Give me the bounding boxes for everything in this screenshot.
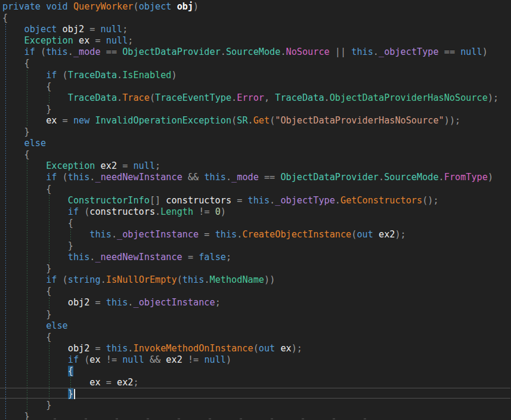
code-line[interactable]: TraceData.Trace(TraceEventType.Error, Tr… bbox=[0, 92, 511, 104]
code-token: { bbox=[2, 58, 30, 69]
code-line[interactable]: { bbox=[0, 149, 511, 160]
code-token: false bbox=[199, 252, 226, 262]
code-line[interactable]: { bbox=[0, 286, 511, 297]
code-token: ) bbox=[221, 206, 226, 217]
code-line[interactable]: if (constructors.Length != 0) bbox=[0, 206, 511, 218]
code-token: } bbox=[2, 240, 73, 251]
code-token: out bbox=[259, 343, 275, 354]
code-line[interactable]: object obj2 = null; bbox=[0, 24, 511, 35]
code-token: Exception bbox=[46, 160, 95, 171]
code-line[interactable]: this._objectInstance = this.CreateObject… bbox=[0, 229, 511, 240]
code-token: = bbox=[199, 229, 215, 240]
code-token: . bbox=[237, 229, 242, 240]
code-token: } bbox=[2, 400, 51, 410]
code-line[interactable]: { bbox=[0, 13, 511, 24]
code-token: { bbox=[2, 286, 51, 297]
code-line[interactable]: ex = new InvalidOperationException(SR.Ge… bbox=[0, 115, 511, 126]
code-line[interactable]: if (ex != null && ex2 != null) bbox=[0, 354, 511, 366]
code-line[interactable]: ex = ex2; bbox=[0, 377, 511, 388]
code-line[interactable]: } bbox=[0, 104, 511, 115]
code-token: CreateObjectInstance bbox=[242, 229, 351, 240]
text-caret bbox=[74, 389, 75, 399]
code-line[interactable]: else bbox=[0, 320, 511, 332]
code-token: ; bbox=[128, 35, 133, 46]
code-token bbox=[2, 297, 68, 308]
code-line[interactable]: if (TraceData.IsEnabled) bbox=[0, 70, 511, 81]
code-line[interactable]: } bbox=[0, 126, 511, 138]
code-token: null bbox=[460, 47, 482, 57]
code-line[interactable]: obj2 = this._objectInstance; bbox=[0, 297, 511, 308]
code-line[interactable]: if (this._mode == ObjectDataProvider.Sou… bbox=[0, 47, 511, 58]
matched-brace: { bbox=[68, 366, 73, 376]
code-token: == bbox=[439, 47, 461, 57]
code-line[interactable]: } bbox=[0, 400, 511, 411]
code-area[interactable]: private void QueryWorker(object obj){ ob… bbox=[0, 1, 511, 420]
code-token: ex2 bbox=[95, 160, 117, 171]
code-token: TraceData bbox=[68, 92, 117, 103]
code-token: this bbox=[248, 195, 270, 206]
code-token: ( bbox=[150, 92, 155, 103]
code-line[interactable]: { bbox=[0, 81, 511, 92]
code-token: Exception bbox=[24, 35, 73, 46]
code-token: object bbox=[24, 24, 57, 35]
code-token: = bbox=[89, 297, 106, 308]
code-line[interactable]: obj2 = this.InvokeMethodOnInstance(out e… bbox=[0, 343, 511, 354]
code-token: FromType bbox=[444, 172, 488, 183]
code-token: Trace bbox=[122, 92, 150, 103]
code-line[interactable]: { bbox=[0, 366, 511, 377]
code-line[interactable]: } bbox=[0, 263, 511, 274]
code-line[interactable]: if (string.IsNullOrEmpty(this.MethodName… bbox=[0, 274, 511, 286]
code-line[interactable]: { bbox=[0, 184, 511, 195]
code-token: ; bbox=[122, 24, 128, 35]
code-line[interactable]: } bbox=[0, 309, 511, 320]
code-token: Error bbox=[237, 92, 264, 103]
code-token: ; bbox=[226, 252, 231, 262]
code-token: . bbox=[280, 47, 286, 57]
code-line[interactable]: } bbox=[0, 388, 511, 400]
code-token: != bbox=[193, 206, 215, 217]
code-token: ; bbox=[133, 377, 138, 388]
code-token: 0 bbox=[215, 206, 221, 217]
code-line[interactable]: } bbox=[0, 240, 511, 252]
code-line[interactable]: private void QueryWorker(object obj) bbox=[0, 1, 511, 13]
code-token: if bbox=[46, 274, 57, 285]
code-line[interactable]: { bbox=[0, 218, 511, 229]
code-token: , bbox=[264, 92, 275, 103]
code-line[interactable]: else bbox=[0, 138, 511, 149]
code-token: else bbox=[46, 320, 68, 331]
code-token: object bbox=[139, 1, 172, 12]
code-line[interactable]: { bbox=[0, 58, 511, 69]
code-token: ex bbox=[46, 115, 57, 126]
code-token: ObjectDataProvider bbox=[122, 47, 221, 57]
code-editor[interactable]: private void QueryWorker(object obj){ ob… bbox=[0, 0, 511, 420]
code-token: = bbox=[84, 24, 100, 35]
code-token bbox=[2, 388, 68, 399]
code-line[interactable]: ConstructorInfo[] constructors = this._o… bbox=[0, 195, 511, 206]
code-line[interactable]: Exception ex = null; bbox=[0, 35, 511, 47]
code-token: . bbox=[379, 172, 384, 183]
code-token: . bbox=[248, 115, 253, 126]
code-token: . bbox=[204, 274, 209, 285]
code-token: . bbox=[335, 195, 340, 206]
code-token: MethodName bbox=[210, 274, 264, 285]
code-token: if bbox=[46, 70, 57, 81]
code-token bbox=[2, 206, 68, 217]
code-line[interactable]: { bbox=[0, 332, 511, 343]
code-line[interactable]: if (this._needNewInstance && this._mode … bbox=[0, 172, 511, 183]
code-line[interactable]: this._needNewInstance = false; bbox=[0, 252, 511, 263]
code-token: InvokeMethodOnInstance bbox=[133, 343, 253, 354]
code-token: . bbox=[117, 70, 122, 81]
code-token: this bbox=[89, 229, 112, 240]
code-line[interactable]: Exception ex2 = null; bbox=[0, 160, 511, 172]
code-token: { bbox=[2, 218, 73, 228]
code-token: obj2 bbox=[57, 24, 84, 35]
code-token: this bbox=[215, 229, 237, 240]
code-token: || bbox=[330, 47, 352, 57]
code-token: ex2 bbox=[373, 229, 395, 240]
code-token bbox=[2, 354, 68, 365]
code-token bbox=[2, 377, 89, 388]
code-token: ); bbox=[292, 343, 302, 354]
code-token: ) bbox=[172, 70, 177, 81]
code-token: ObjectDataProvider bbox=[280, 172, 379, 183]
code-token: ConstructorInfo bbox=[68, 195, 150, 206]
